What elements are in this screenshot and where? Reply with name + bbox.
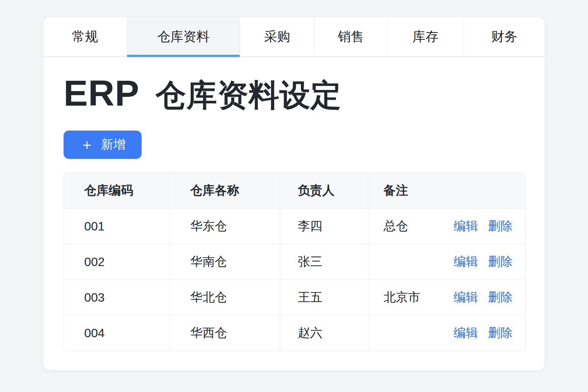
cell-code: 004 bbox=[64, 315, 170, 351]
cell-code: 003 bbox=[64, 280, 170, 315]
delete-link[interactable]: 删除 bbox=[488, 218, 513, 235]
row-actions: 编辑 删除 bbox=[454, 253, 513, 270]
plus-icon: ＋ bbox=[80, 137, 94, 152]
cell-remark-actions: 总仓 编辑 删除 bbox=[368, 209, 525, 244]
column-header-manager: 负责人 bbox=[280, 173, 368, 208]
cell-remark-actions: 编辑 删除 bbox=[368, 315, 525, 351]
cell-manager: 李四 bbox=[280, 209, 368, 244]
column-header-remark: 备注 bbox=[368, 173, 525, 208]
edit-link[interactable]: 编辑 bbox=[454, 289, 478, 306]
table-row: 001 华东仓 李四 总仓 编辑 删除 bbox=[64, 208, 525, 244]
tab-general[interactable]: 常规 bbox=[43, 17, 127, 56]
column-header-code: 仓库编码 bbox=[64, 173, 170, 208]
column-header-name: 仓库各称 bbox=[170, 173, 280, 208]
page-title-erp: ERP bbox=[64, 75, 139, 111]
delete-link[interactable]: 删除 bbox=[488, 289, 513, 306]
warehouse-table: 仓库编码 仓库各称 负责人 备注 001 华东仓 李四 总仓 编辑 删除 bbox=[64, 172, 526, 351]
row-actions: 编辑 删除 bbox=[454, 289, 513, 306]
table-row: 002 华南仓 张三 编辑 删除 bbox=[64, 244, 525, 279]
cell-name: 华北仓 bbox=[170, 280, 280, 315]
edit-link[interactable]: 编辑 bbox=[454, 325, 478, 341]
add-warehouse-button[interactable]: ＋ 新增 bbox=[64, 131, 142, 159]
table-row: 004 华西仓 赵六 编辑 删除 bbox=[64, 315, 525, 351]
column-header-remark-label: 备注 bbox=[384, 182, 408, 199]
cell-remark: 总仓 bbox=[384, 218, 408, 235]
page-title: ERP 仓库资料设定 bbox=[64, 75, 525, 111]
page-title-text: 仓库资料设定 bbox=[155, 80, 341, 111]
tab-label: 销售 bbox=[338, 28, 364, 46]
tab-finance[interactable]: 财务 bbox=[464, 17, 545, 56]
tab-panel-warehouse-info: ERP 仓库资料设定 ＋ 新增 仓库编码 仓库各称 负责人 备注 001 华东仓… bbox=[43, 75, 545, 351]
tab-label: 采购 bbox=[264, 28, 290, 46]
add-button-label: 新增 bbox=[101, 136, 126, 153]
tab-bar: 常规 仓库资料 采购 销售 库存 财务 bbox=[43, 17, 545, 57]
table-header-row: 仓库编码 仓库各称 负责人 备注 bbox=[64, 173, 525, 208]
edit-link[interactable]: 编辑 bbox=[454, 218, 478, 235]
cell-manager: 张三 bbox=[280, 244, 368, 279]
tab-inventory[interactable]: 库存 bbox=[387, 17, 464, 56]
cell-manager: 赵六 bbox=[280, 315, 368, 351]
tab-label: 常规 bbox=[72, 28, 98, 46]
cell-remark-actions: 编辑 删除 bbox=[368, 244, 525, 279]
cell-code: 002 bbox=[64, 244, 170, 279]
edit-link[interactable]: 编辑 bbox=[454, 253, 478, 270]
active-tab-indicator bbox=[127, 55, 240, 57]
erp-settings-card: 常规 仓库资料 采购 销售 库存 财务 ERP 仓库资料设定 ＋ 新增 bbox=[43, 16, 545, 371]
cell-name: 华西仓 bbox=[170, 315, 280, 351]
delete-link[interactable]: 删除 bbox=[488, 253, 513, 270]
table-row: 003 华北仓 王五 北京市 编辑 删除 bbox=[64, 279, 525, 315]
cell-name: 华南仓 bbox=[170, 244, 280, 279]
cell-remark: 北京市 bbox=[384, 289, 420, 306]
row-actions: 编辑 删除 bbox=[454, 218, 513, 235]
cell-manager: 王五 bbox=[280, 280, 368, 315]
tab-warehouse-info[interactable]: 仓库资料 bbox=[127, 17, 240, 56]
row-actions: 编辑 删除 bbox=[454, 325, 513, 341]
tab-label: 库存 bbox=[413, 28, 439, 46]
cell-code: 001 bbox=[64, 209, 170, 244]
tab-label: 财务 bbox=[492, 28, 518, 46]
tab-sales[interactable]: 销售 bbox=[314, 17, 387, 56]
cell-remark-actions: 北京市 编辑 删除 bbox=[368, 280, 525, 315]
cell-name: 华东仓 bbox=[170, 209, 280, 244]
delete-link[interactable]: 删除 bbox=[488, 325, 513, 341]
tab-purchasing[interactable]: 采购 bbox=[240, 17, 314, 56]
tab-label: 仓库资料 bbox=[157, 28, 209, 46]
